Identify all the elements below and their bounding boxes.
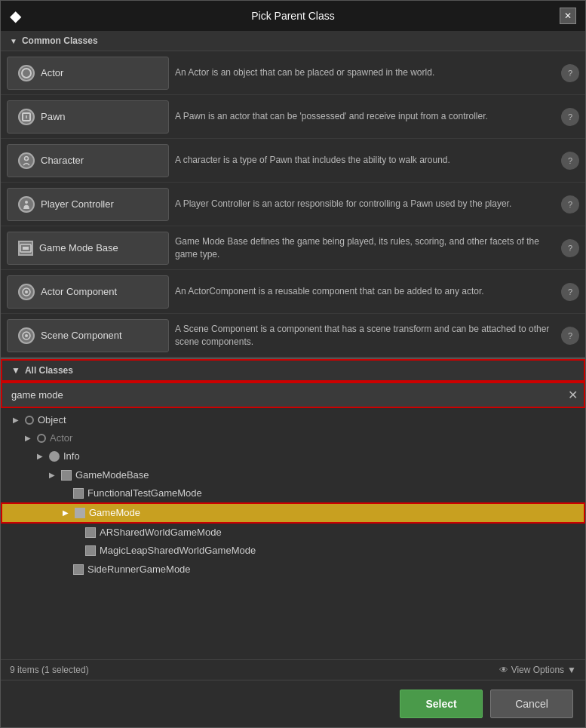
magic-leap-label: MagicLeapSharedWorldGameMode xyxy=(100,544,256,558)
search-bar: ✕ xyxy=(1,382,585,408)
scene-component-help-icon[interactable]: ? xyxy=(561,327,579,345)
class-item-game-mode-base: Game Mode Base Game Mode Base defines th… xyxy=(1,226,585,270)
class-item-actor: Actor An Actor is an object that can be … xyxy=(1,51,585,95)
actor-component-button[interactable]: Actor Component xyxy=(7,275,169,309)
scene-component-label: Scene Component xyxy=(41,330,122,341)
tree-item-game-mode-base[interactable]: ▶ GameModeBase xyxy=(1,466,585,484)
footer-buttons: Select Cancel xyxy=(1,680,585,727)
svg-point-0 xyxy=(22,69,31,78)
object-arrow: ▶ xyxy=(13,415,22,425)
tree-item-game-mode[interactable]: ▶ GameMode xyxy=(1,502,585,524)
player-controller-button[interactable]: Player Controller xyxy=(7,188,169,221)
object-label: Object xyxy=(38,413,66,427)
actor-component-desc: An ActorComponent is a reusable componen… xyxy=(175,279,561,304)
player-controller-label: Player Controller xyxy=(41,198,114,210)
game-mode-base-tree-arrow: ▶ xyxy=(49,470,58,481)
game-mode-base-label: Game Mode Base xyxy=(39,242,118,253)
functional-test-icon xyxy=(73,488,84,499)
ar-shared-label: ARSharedWorldGameMode xyxy=(100,526,222,539)
actor-component-icon xyxy=(18,284,35,300)
tree-item-side-runner[interactable]: SideRunnerGameMode xyxy=(1,561,585,579)
class-tree: ▶ Object ▶ Actor ▶ Info ▶ GameModeBase xyxy=(1,408,585,659)
pawn-icon xyxy=(18,109,35,125)
search-input[interactable] xyxy=(8,386,563,404)
player-controller-help-icon[interactable]: ? xyxy=(561,195,579,213)
class-item-player-controller: Player Controller A Player Controller is… xyxy=(1,183,585,226)
svg-rect-6 xyxy=(23,247,29,250)
svg-point-10 xyxy=(25,334,28,337)
actor-button[interactable]: Actor xyxy=(7,57,169,90)
game-mode-base-button[interactable]: Game Mode Base xyxy=(7,232,169,265)
actor-tree-arrow: ▶ xyxy=(25,433,34,444)
actor-label: Actor xyxy=(41,67,63,78)
all-classes-header: ▼ All Classes xyxy=(1,359,585,382)
svg-point-8 xyxy=(25,290,28,293)
info-label: Info xyxy=(63,450,80,463)
side-runner-icon xyxy=(73,564,84,575)
tree-item-ar-shared[interactable]: ARSharedWorldGameMode xyxy=(1,524,585,542)
tree-item-functional-test-game-mode[interactable]: FunctionalTestGameMode xyxy=(1,484,585,502)
game-mode-arrow: ▶ xyxy=(63,508,72,518)
game-mode-label: GameMode xyxy=(89,506,140,520)
common-classes-header: ▼ Common Classes xyxy=(1,31,585,51)
magic-leap-icon xyxy=(85,545,96,556)
pawn-label: Pawn xyxy=(41,111,66,122)
player-controller-desc: A Player Controller is an actor responsi… xyxy=(175,192,561,217)
tree-item-magic-leap[interactable]: MagicLeapSharedWorldGameMode xyxy=(1,542,585,560)
cancel-button[interactable]: Cancel xyxy=(490,690,573,718)
view-options-label: View Options xyxy=(511,665,564,675)
select-button[interactable]: Select xyxy=(400,690,483,718)
player-controller-icon xyxy=(18,196,35,213)
game-mode-base-help-icon[interactable]: ? xyxy=(561,239,579,257)
game-mode-base-tree-label: GameModeBase xyxy=(75,468,149,482)
footer-status: 9 items (1 selected) 👁 View Options ▼ xyxy=(1,659,585,680)
common-classes-arrow: ▼ xyxy=(10,37,17,45)
all-classes-section: ▼ All Classes ✕ ▶ Object ▶ Actor xyxy=(1,359,585,680)
actor-tree-label: Actor xyxy=(50,432,72,445)
character-label: Character xyxy=(41,155,84,166)
ar-shared-icon xyxy=(85,527,96,538)
view-options-arrow: ▼ xyxy=(567,665,576,675)
title-bar: ◆ Pick Parent Class ✕ xyxy=(1,1,585,31)
status-text: 9 items (1 selected) xyxy=(10,665,89,675)
all-classes-label: All Classes xyxy=(25,365,73,376)
scene-component-desc: A Scene Component is a component that ha… xyxy=(175,317,561,355)
class-item-character: Character A character is a type of Pawn … xyxy=(1,139,585,183)
svg-point-3 xyxy=(25,156,29,160)
actor-tree-icon xyxy=(37,434,46,443)
character-button[interactable]: Character xyxy=(7,144,169,177)
pawn-button[interactable]: Pawn xyxy=(7,100,169,134)
tree-item-object[interactable]: ▶ Object xyxy=(1,411,585,429)
ue-logo: ◆ xyxy=(10,7,21,25)
dialog-title: Pick Parent Class xyxy=(251,10,334,22)
character-desc: A character is a type of Pawn that inclu… xyxy=(175,148,561,173)
class-item-pawn: Pawn A Pawn is an actor that can be 'pos… xyxy=(1,95,585,139)
class-item-actor-component: Actor Component An ActorComponent is a r… xyxy=(1,270,585,314)
actor-component-help-icon[interactable]: ? xyxy=(561,283,579,301)
common-classes-label: Common Classes xyxy=(22,35,98,46)
info-arrow: ▶ xyxy=(37,451,46,462)
scene-component-icon xyxy=(18,327,35,344)
view-options-button[interactable]: 👁 View Options ▼ xyxy=(499,665,576,675)
character-help-icon[interactable]: ? xyxy=(561,152,579,170)
pawn-desc: A Pawn is an actor that can be 'possesse… xyxy=(175,104,561,129)
pawn-help-icon[interactable]: ? xyxy=(561,108,579,126)
game-mode-base-desc: Game Mode Base defines the game being pl… xyxy=(175,229,561,267)
game-mode-icon xyxy=(75,508,85,518)
all-classes-arrow: ▼ xyxy=(11,365,20,376)
actor-help-icon[interactable]: ? xyxy=(561,64,579,82)
scene-component-button[interactable]: Scene Component xyxy=(7,319,169,352)
actor-icon xyxy=(18,65,35,81)
tree-item-info[interactable]: ▶ Info xyxy=(1,447,585,465)
common-classes-list: Actor An Actor is an object that can be … xyxy=(1,51,585,358)
search-clear-button[interactable]: ✕ xyxy=(568,389,578,401)
info-icon xyxy=(49,451,60,462)
side-runner-label: SideRunnerGameMode xyxy=(87,563,191,576)
tree-item-actor[interactable]: ▶ Actor xyxy=(1,429,585,447)
actor-component-label: Actor Component xyxy=(41,286,117,297)
actor-desc: An Actor is an object that can be placed… xyxy=(175,60,561,85)
game-mode-base-icon xyxy=(18,241,33,256)
svg-point-4 xyxy=(25,201,28,204)
close-button[interactable]: ✕ xyxy=(560,8,576,24)
character-icon xyxy=(18,152,35,169)
